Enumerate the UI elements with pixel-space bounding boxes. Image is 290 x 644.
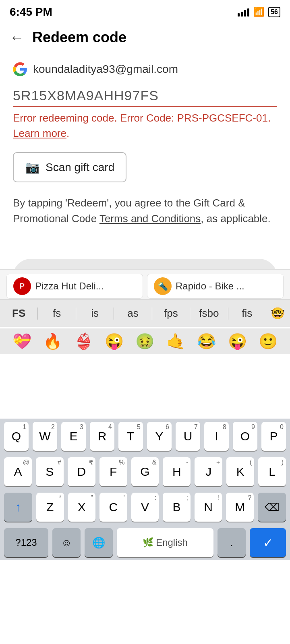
autocomplete-fs-lower[interactable]: fs	[38, 304, 75, 323]
period-key[interactable]: .	[218, 528, 246, 557]
app-suggestion-rapido[interactable]: 🔦 Rapido - Bike ...	[147, 274, 284, 299]
autocomplete-fs[interactable]: FS	[0, 304, 37, 323]
key-R[interactable]: 4R	[90, 422, 114, 451]
key-E[interactable]: 3E	[61, 422, 86, 451]
keyboard-action-row: ?123 ☺ 🌐 🌿 English . ✓	[0, 525, 290, 560]
key-U[interactable]: 7U	[176, 422, 200, 451]
pizza-hut-label: Pizza Hut Deli...	[35, 281, 104, 292]
key-P[interactable]: 0P	[261, 422, 286, 451]
key-J[interactable]: +J	[195, 457, 222, 486]
keyboard-row-2: @A #S ₹D %F &G -H +J (K )L	[0, 454, 290, 489]
key-H[interactable]: -H	[163, 457, 191, 486]
autocomplete-is[interactable]: is	[76, 304, 114, 323]
key-F[interactable]: %F	[99, 457, 127, 486]
space-key[interactable]: 🌿 English	[117, 528, 213, 557]
emoji-heart[interactable]: 💝	[12, 332, 31, 350]
main-content: koundaladitya93@gmail.com Error redeemin…	[0, 50, 290, 303]
emoji-sick[interactable]: 🤢	[135, 332, 154, 350]
pizza-hut-icon: P	[13, 277, 31, 295]
learn-more-link[interactable]: Learn more	[13, 127, 66, 139]
signal-icon	[238, 8, 249, 17]
rapido-label: Rapido - Bike ...	[176, 281, 244, 292]
autocomplete-bar: FS fs is as fps fsbo fis 🤓	[0, 299, 290, 327]
key-Z[interactable]: *Z	[36, 493, 64, 522]
emoji-bikini[interactable]: 👙	[74, 332, 93, 350]
key-N[interactable]: !N	[195, 493, 222, 522]
page-title: Redeem code	[32, 29, 126, 46]
key-C[interactable]: 'C	[99, 493, 127, 522]
terms-link[interactable]: Terms and Conditions	[99, 213, 201, 225]
keyboard: 1Q 2W 3E 4R 5T 6Y 7U 8I 9O 0P @A #S ₹D %…	[0, 419, 290, 560]
camera-icon: 📷	[25, 160, 40, 174]
emoji-wink[interactable]: 😜	[228, 332, 247, 350]
key-V[interactable]: :V	[131, 493, 159, 522]
emoji-tongue[interactable]: 😜	[105, 332, 124, 350]
error-message: Error redeeming code. Error Code: PRS-PG…	[13, 111, 277, 141]
emoji-laugh[interactable]: 😂	[197, 332, 216, 350]
emoji-fire[interactable]: 🔥	[43, 332, 62, 350]
emoji-smile[interactable]: 🙂	[259, 332, 278, 350]
emoji-toggle[interactable]: 🤓	[266, 307, 290, 320]
wifi-icon: 📶	[253, 7, 264, 17]
keyboard-row-3: ↑ *Z "X 'C :V ;B !N ?M ⌫	[0, 489, 290, 525]
key-G[interactable]: &G	[131, 457, 159, 486]
key-Y[interactable]: 6Y	[147, 422, 172, 451]
app-suggestion-pizza[interactable]: P Pizza Hut Deli...	[6, 274, 143, 299]
enter-key[interactable]: ✓	[250, 528, 286, 557]
key-T[interactable]: 5T	[118, 422, 143, 451]
emoji-row: 💝 🔥 👙 😜 🤢 🤙 😂 😜 🙂	[0, 328, 290, 354]
emoji-hand[interactable]: 🤙	[166, 332, 185, 350]
code-input-wrap	[13, 88, 277, 107]
google-logo-icon	[13, 62, 27, 76]
key-X[interactable]: "X	[68, 493, 96, 522]
status-bar: 6:45 PM 📶 56	[0, 0, 290, 22]
keyboard-row-1: 1Q 2W 3E 4R 5T 6Y 7U 8I 9O 0P	[0, 419, 290, 454]
header: ← Redeem code	[0, 22, 290, 50]
account-email: koundaladitya93@gmail.com	[33, 63, 178, 76]
autocomplete-fis[interactable]: fis	[228, 304, 266, 323]
key-O[interactable]: 9O	[233, 422, 257, 451]
autocomplete-fsbo[interactable]: fsbo	[190, 304, 228, 323]
scan-btn-label: Scan gift card	[46, 161, 114, 174]
key-A[interactable]: @A	[4, 457, 32, 486]
numbers-key[interactable]: ?123	[4, 528, 48, 557]
keyboard-area: P Pizza Hut Deli... 🔦 Rapido - Bike ... …	[0, 303, 290, 560]
key-L[interactable]: )L	[258, 457, 286, 486]
key-Q[interactable]: 1Q	[4, 422, 29, 451]
status-time: 6:45 PM	[10, 6, 52, 19]
emoji-key[interactable]: ☺	[52, 528, 81, 557]
key-S[interactable]: #S	[36, 457, 64, 486]
autocomplete-as[interactable]: as	[114, 304, 151, 323]
globe-key[interactable]: 🌐	[85, 528, 113, 557]
key-I[interactable]: 8I	[204, 422, 229, 451]
rapido-icon: 🔦	[154, 277, 172, 295]
back-button[interactable]: ←	[10, 30, 24, 45]
key-B[interactable]: ;B	[163, 493, 191, 522]
shift-key[interactable]: ↑	[4, 493, 32, 522]
key-K[interactable]: (K	[226, 457, 254, 486]
key-D[interactable]: ₹D	[68, 457, 95, 486]
account-row: koundaladitya93@gmail.com	[13, 62, 277, 76]
redeem-code-input[interactable]	[13, 88, 277, 103]
key-W[interactable]: 2W	[33, 422, 57, 451]
battery-icon: 56	[268, 7, 280, 17]
app-suggestions-bar: P Pizza Hut Deli... 🔦 Rapido - Bike ...	[0, 269, 290, 303]
autocomplete-fps[interactable]: fps	[152, 304, 190, 323]
key-M[interactable]: ?M	[226, 493, 254, 522]
terms-text: By tapping 'Redeem', you agree to the Gi…	[13, 195, 277, 227]
status-icons: 📶 56	[238, 7, 280, 17]
scan-gift-card-button[interactable]: 📷 Scan gift card	[13, 152, 126, 182]
backspace-key[interactable]: ⌫	[258, 493, 286, 522]
